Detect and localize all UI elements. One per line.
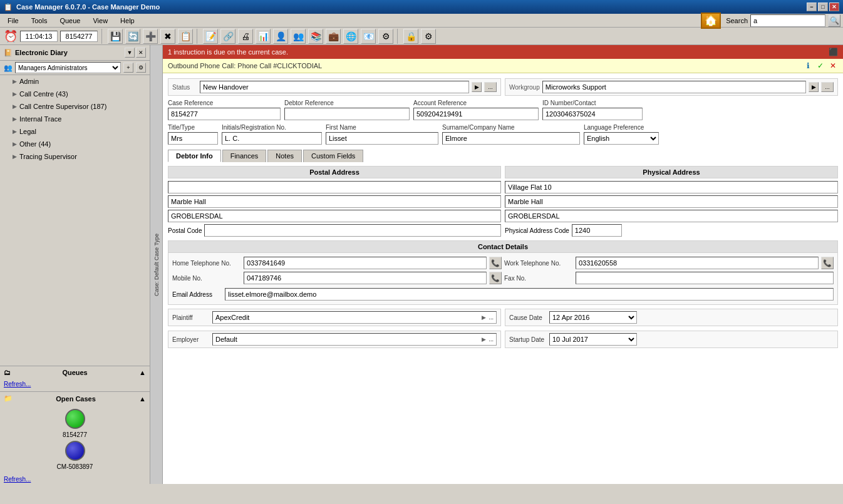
- case-ref-display: 8154277: [60, 31, 98, 42]
- mobile-dial-btn[interactable]: 📞: [489, 272, 502, 284]
- toolbar-book-btn[interactable]: 📚: [308, 29, 323, 44]
- phys-line3-input[interactable]: [505, 210, 838, 222]
- debtor-ref-input[interactable]: [284, 108, 410, 120]
- sidebar-item-admin[interactable]: ▶ Admin: [0, 75, 150, 88]
- account-ref-input[interactable]: [413, 108, 539, 120]
- work-tel-input[interactable]: [576, 257, 819, 269]
- tab-custom-fields[interactable]: Custom Fields: [303, 150, 363, 162]
- search-go-button[interactable]: 🔍: [828, 14, 840, 27]
- postal-line3-input[interactable]: [168, 210, 501, 222]
- phys-line2-input[interactable]: [505, 195, 838, 208]
- work-tel-dial-btn[interactable]: 📞: [821, 257, 834, 269]
- sidebar-item-callcentresup[interactable]: ▶ Call Centre Supervisor (187): [0, 100, 150, 113]
- toolbar-list-btn[interactable]: 📋: [178, 29, 193, 44]
- cause-date-select[interactable]: 12 Apr 2016: [549, 311, 637, 324]
- arrow-icon: ▶: [13, 116, 17, 122]
- employer-label: Employer: [172, 336, 210, 343]
- tab-notes[interactable]: Notes: [267, 150, 302, 162]
- toolbar-settings-btn[interactable]: ⚙: [421, 29, 436, 44]
- content-area: 1 instruction is due on the current case…: [163, 45, 843, 484]
- postal-address-column: Postal Address Postal Code: [168, 166, 501, 237]
- toolbar-mail-btn[interactable]: 📧: [361, 29, 376, 44]
- menu-queue[interactable]: Queue: [54, 16, 85, 26]
- toolbar-chart-btn[interactable]: 📊: [256, 29, 271, 44]
- debtor-ref-label: Debtor Reference: [284, 100, 410, 106]
- case-circle-2[interactable]: [65, 441, 85, 461]
- toolbar-add-btn[interactable]: ➕: [143, 29, 158, 44]
- toolbar-print-btn[interactable]: 🖨: [238, 29, 253, 44]
- toolbar-bag-btn[interactable]: 💼: [326, 29, 341, 44]
- menu-view[interactable]: View: [88, 16, 113, 26]
- employer-arrow[interactable]: ▶: [482, 336, 486, 342]
- postal-line2-input[interactable]: [168, 195, 501, 208]
- sidebar-collapse-btn[interactable]: ▼: [125, 48, 135, 58]
- workgroup-more-btn[interactable]: ...: [821, 82, 834, 92]
- menu-help[interactable]: Help: [115, 16, 140, 26]
- initials-input[interactable]: [222, 132, 322, 145]
- workgroup-arrow-btn[interactable]: ▶: [809, 82, 819, 92]
- menu-tools[interactable]: Tools: [26, 16, 53, 26]
- home-tel-dial-btn[interactable]: 📞: [489, 257, 502, 269]
- toolbar-users-btn[interactable]: 👥: [291, 29, 306, 44]
- sidebar-close-btn[interactable]: ✕: [136, 48, 146, 58]
- toolbar-lock-btn[interactable]: 🔒: [403, 29, 418, 44]
- close-notif-icon[interactable]: ✕: [828, 61, 838, 71]
- toolbar-delete-btn[interactable]: ✖: [160, 29, 175, 44]
- home-button[interactable]: 🏠: [701, 13, 721, 29]
- mobile-row: Mobile No. 📞: [172, 272, 502, 284]
- toolbar-refresh-btn[interactable]: 🔄: [125, 29, 140, 44]
- queues-header[interactable]: 🗂 Queues ▲: [0, 366, 150, 379]
- maximize-button[interactable]: □: [818, 3, 828, 11]
- mobile-input[interactable]: [244, 272, 487, 284]
- status-arrow-btn[interactable]: ▶: [472, 82, 482, 92]
- manager-settings-btn[interactable]: ⚙: [136, 63, 146, 73]
- toolbar-globe-btn[interactable]: 🌐: [343, 29, 358, 44]
- sidebar-header: 📔 Electronic Diary ▼ ✕: [0, 45, 150, 61]
- expand-icon[interactable]: ⬛: [828, 47, 838, 57]
- manager-select[interactable]: Managers Administrators: [15, 62, 121, 73]
- check-icon[interactable]: ✓: [815, 61, 825, 71]
- cases-refresh[interactable]: Refresh...: [4, 476, 31, 483]
- first-name-group: First Name: [326, 124, 438, 145]
- search-input[interactable]: [750, 14, 825, 27]
- postal-code-input[interactable]: [204, 224, 501, 237]
- manager-add-btn[interactable]: +: [123, 63, 133, 73]
- id-number-input[interactable]: [542, 108, 643, 120]
- toolbar-save-btn[interactable]: 💾: [108, 29, 123, 44]
- sidebar-item-other[interactable]: ▶ Other (44): [0, 138, 150, 150]
- work-tel-label: Work Telephone No.: [504, 260, 573, 267]
- status-more-btn[interactable]: ...: [484, 82, 497, 92]
- phys-code-input[interactable]: [572, 224, 622, 237]
- sidebar-item-tracingsup[interactable]: ▶ Tracing Supervisor: [0, 150, 150, 163]
- toolbar-user-btn[interactable]: 👤: [273, 29, 288, 44]
- surname-input[interactable]: [442, 132, 580, 145]
- toolbar-link-btn[interactable]: 🔗: [220, 29, 235, 44]
- sidebar-item-internaltrace[interactable]: ▶ Internal Trace: [0, 113, 150, 125]
- phys-line1-input[interactable]: [505, 181, 838, 193]
- toolbar-note-btn[interactable]: 📝: [203, 29, 218, 44]
- home-tel-input[interactable]: [244, 257, 487, 269]
- case-ref-input[interactable]: [168, 108, 281, 120]
- plaintiff-arrow[interactable]: ▶: [482, 314, 486, 321]
- queues-refresh[interactable]: Refresh...: [4, 381, 31, 388]
- fax-input[interactable]: [576, 272, 834, 284]
- employer-more[interactable]: ...: [489, 336, 494, 342]
- toolbar-more-btn[interactable]: ⚙: [378, 29, 393, 44]
- close-button[interactable]: ✕: [829, 3, 839, 11]
- lang-pref-select[interactable]: English: [584, 132, 659, 145]
- case-circle-1[interactable]: [65, 409, 85, 429]
- email-input[interactable]: [225, 288, 834, 301]
- info-icon[interactable]: ℹ: [803, 61, 813, 71]
- open-cases-header[interactable]: 📁 Open Cases ▲: [0, 392, 150, 405]
- tab-debtor-info[interactable]: Debtor Info: [168, 150, 221, 162]
- title-input[interactable]: [168, 132, 218, 145]
- tab-finances[interactable]: Finances: [222, 150, 267, 162]
- sidebar-item-callcentre[interactable]: ▶ Call Centre (43): [0, 88, 150, 100]
- plaintiff-more[interactable]: ...: [489, 314, 494, 321]
- sidebar-item-legal[interactable]: ▶ Legal: [0, 125, 150, 138]
- first-name-input[interactable]: [326, 132, 438, 145]
- minimize-button[interactable]: −: [807, 3, 817, 11]
- startup-date-select[interactable]: 10 Jul 2017: [549, 333, 637, 346]
- postal-line1-input[interactable]: [168, 181, 501, 193]
- menu-file[interactable]: File: [3, 16, 24, 26]
